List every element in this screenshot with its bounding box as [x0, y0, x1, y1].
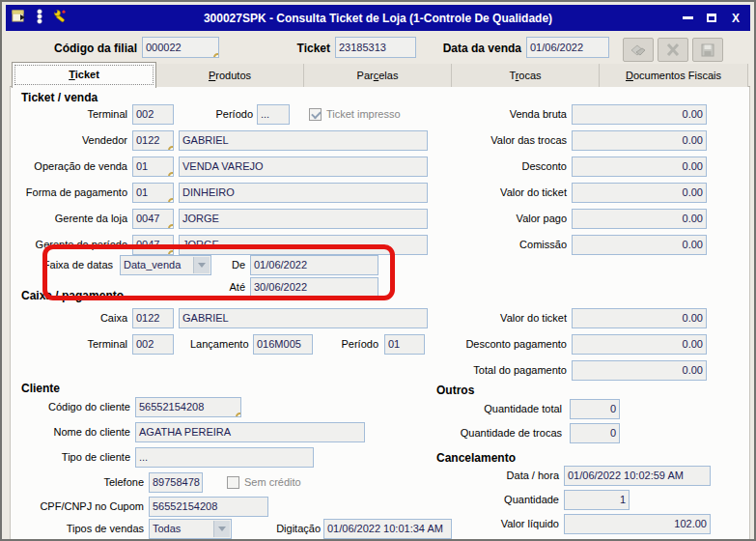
- filial-label: Código da filial: [26, 38, 137, 59]
- ticket-impresso-checkbox[interactable]: [309, 108, 322, 121]
- caixa-terminal-label: Terminal: [12, 334, 127, 355]
- nome-cliente-field[interactable]: AGATHA PEREIRA: [135, 422, 365, 442]
- desconto-pagamento-label: Desconto pagamento: [417, 334, 567, 355]
- tab-ticket[interactable]: Ticket: [12, 62, 156, 88]
- lookup-icon[interactable]: [168, 172, 174, 177]
- lookup-icon[interactable]: [168, 224, 174, 229]
- tipos-vendas-label: Tipos de vendas: [12, 519, 144, 539]
- caixa-periodo-label: Período: [330, 334, 378, 355]
- gerente-periodo-label: Gerente do período: [12, 235, 127, 255]
- venda-bruta-field[interactable]: 0.00: [572, 104, 707, 125]
- cpf-cnpj-field[interactable]: 56552154208: [149, 497, 268, 517]
- quantidade-total-field[interactable]: 0: [570, 399, 620, 419]
- faixa-datas-label: Faixa de datas: [12, 255, 113, 275]
- tab-produtos[interactable]: Produtos: [156, 64, 304, 87]
- quantidade-trocas-field[interactable]: 0: [570, 423, 620, 443]
- lookup-icon[interactable]: [168, 198, 174, 203]
- total-pagamento-label: Total do pagamento: [417, 360, 567, 381]
- section-cliente: Cliente: [21, 382, 60, 395]
- cpf-cnpj-label: CPF/CNPJ no Cupom: [12, 497, 144, 517]
- telefone-field[interactable]: 89758478: [149, 472, 203, 493]
- terminal-label: Terminal: [12, 104, 127, 125]
- codigo-cliente-label: Código do cliente: [12, 397, 130, 417]
- telefone-label: Telefone: [12, 472, 144, 493]
- gerente-loja-name-field[interactable]: JORGE: [179, 209, 428, 229]
- lookup-icon[interactable]: [236, 413, 241, 417]
- operacao-label: Operação de venda: [12, 157, 127, 177]
- vendedor-name-field[interactable]: GABRIEL: [179, 130, 428, 151]
- minimize-button[interactable]: [681, 13, 694, 24]
- gerente-loja-label: Gerente da loja: [12, 209, 127, 229]
- tab-parcelas[interactable]: Parcelas: [304, 64, 452, 87]
- caixa-code-field[interactable]: 0122: [132, 308, 174, 328]
- valor-pago-field[interactable]: 0.00: [572, 209, 707, 229]
- filial-field[interactable]: 000022: [142, 37, 219, 58]
- terminal-field[interactable]: 002: [132, 104, 174, 125]
- cancel-button[interactable]: [658, 38, 688, 62]
- data-hora-field[interactable]: 01/06/2022 10:02:59 AM: [564, 466, 711, 486]
- caixa-name-field[interactable]: GABRIEL: [179, 308, 428, 328]
- valor-trocas-field[interactable]: 0.00: [572, 130, 707, 151]
- ticket-field[interactable]: 23185313: [335, 37, 416, 58]
- sem-credito-label: Sem crédito: [244, 472, 322, 493]
- pag-valor-ticket-field[interactable]: 0.00: [572, 308, 707, 328]
- application-window: 300027SPK - Consulta Ticket de Loja (1-C…: [0, 0, 756, 541]
- valor-ticket-field[interactable]: 0.00: [572, 183, 707, 203]
- valor-trocas-label: Valor das trocas: [417, 130, 567, 151]
- data-hora-label: Data / hora: [417, 466, 559, 486]
- comissao-field[interactable]: 0.00: [572, 235, 707, 255]
- forma-pagamento-name-field[interactable]: DINHEIRO: [179, 183, 428, 203]
- tipos-vendas-dropdown[interactable]: Todas: [149, 519, 232, 539]
- gerente-periodo-name-field[interactable]: JORGE: [179, 235, 428, 255]
- status-lights-icon[interactable]: [35, 9, 44, 28]
- venda-bruta-label: Venda bruta: [417, 104, 567, 125]
- cancel-quantidade-label: Quantidade: [417, 490, 559, 510]
- vendedor-code-field[interactable]: 0122: [132, 130, 174, 151]
- close-button[interactable]: X: [729, 13, 742, 24]
- ate-label: Até: [222, 277, 245, 298]
- lancamento-field[interactable]: 016M005: [253, 334, 313, 355]
- chevron-down-icon[interactable]: [213, 521, 230, 537]
- forma-pagamento-label: Forma de pagamento: [12, 183, 127, 203]
- gerente-loja-code-field[interactable]: 0047: [132, 209, 174, 229]
- section-caixa-pagamento: Caixa / pagamento: [21, 289, 124, 302]
- edit-button[interactable]: [623, 38, 654, 62]
- desconto-field[interactable]: 0.00: [572, 157, 707, 177]
- caixa-terminal-field[interactable]: 002: [132, 334, 174, 355]
- quantidade-trocas-label: Quantidade de trocas: [417, 423, 562, 443]
- forma-pagamento-code-field[interactable]: 01: [132, 183, 174, 203]
- lookup-icon[interactable]: [168, 146, 174, 151]
- de-field[interactable]: 01/06/2022: [250, 255, 378, 275]
- tipo-cliente-field[interactable]: ...: [135, 447, 314, 468]
- title-bar: 300027SPK - Consulta Ticket de Loja (1-C…: [6, 5, 750, 31]
- data-venda-label: Data da venda: [423, 38, 521, 59]
- desconto-label: Desconto: [417, 157, 567, 177]
- operacao-code-field[interactable]: 01: [132, 157, 174, 177]
- periodo-field[interactable]: ...: [257, 104, 290, 125]
- tab-trocas[interactable]: Trocas: [452, 64, 600, 87]
- lookup-icon[interactable]: [213, 53, 219, 58]
- ate-field[interactable]: 30/06/2022: [250, 277, 378, 298]
- save-button[interactable]: [692, 38, 723, 62]
- desconto-pagamento-field[interactable]: 0.00: [572, 334, 707, 355]
- operacao-name-field[interactable]: VENDA VAREJO: [179, 157, 428, 177]
- total-pagamento-field[interactable]: 0.00: [572, 360, 707, 381]
- tab-documentos-fiscais[interactable]: Documentos Fiscais: [600, 64, 748, 87]
- data-venda-field[interactable]: 01/06/2022: [526, 37, 609, 58]
- save-floppy-icon: [701, 43, 714, 57]
- cancel-quantidade-field[interactable]: 1: [564, 490, 630, 510]
- tipo-cliente-label: Tipo de cliente: [12, 447, 130, 468]
- codigo-cliente-field[interactable]: 56552154208: [135, 397, 241, 417]
- valor-liquido-field[interactable]: 102.00: [564, 514, 711, 534]
- sem-credito-checkbox[interactable]: [227, 476, 239, 489]
- wrench-icon[interactable]: [53, 9, 69, 27]
- valor-ticket-label: Valor do ticket: [417, 183, 567, 203]
- de-label: De: [224, 255, 245, 275]
- maximize-button[interactable]: [705, 13, 718, 24]
- periodo-label: Período: [195, 104, 253, 125]
- form-icon[interactable]: [12, 10, 26, 27]
- faixa-datas-dropdown[interactable]: Data_venda: [120, 255, 211, 275]
- chevron-down-icon[interactable]: [193, 257, 210, 273]
- vendedor-label: Vendedor: [12, 130, 127, 151]
- gerente-periodo-code-field[interactable]: 0047: [132, 235, 174, 255]
